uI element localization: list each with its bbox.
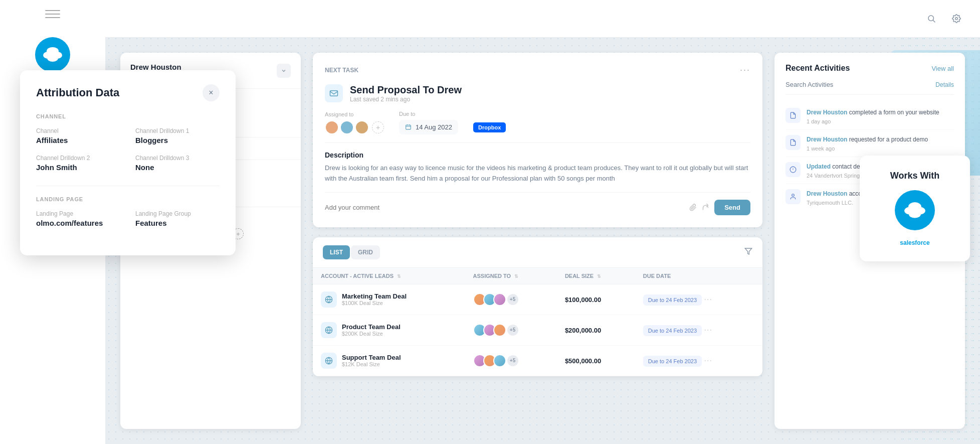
channel-drilldown1-field: Channel Drilldown 1 Bloggers [135,127,220,144]
svg-point-6 [928,16,934,21]
sort-assigned-icon[interactable]: ⇅ [514,274,518,279]
task-section-label: Next Task [325,67,358,74]
activities-details-link[interactable]: Details [935,81,954,88]
sort-account-icon[interactable]: ⇅ [397,274,401,279]
view-all-link[interactable]: View all [931,65,954,72]
search-icon[interactable] [923,10,940,27]
lead-avatars-1: +5 [473,293,549,306]
next-task-card: Next Task ··· Send Proposal To Drew Last… [313,53,762,227]
col-deal: Deal Size ⇅ [557,268,635,284]
activity-link-2[interactable]: Drew Houston [807,136,847,143]
list-view-btn[interactable]: LIST [323,245,350,259]
attachment-icon[interactable] [689,204,697,211]
modal-close-btn[interactable]: × [203,84,220,101]
col-assigned: Assigned To ⇅ [465,268,557,284]
lead-size-2: $200K Deal Size [342,331,401,337]
tag-spacer [473,113,506,119]
task-more-btn[interactable]: ··· [740,65,750,75]
add-assignee-btn[interactable]: + [372,121,384,133]
landing-group-label: Landing Page Group [135,210,220,217]
activity-link-1[interactable]: Drew Houston [807,109,847,116]
task-title-row: Send Proposal To Drew Last saved 2 mins … [325,84,750,103]
drilldown2-value: John Smith [36,163,120,172]
landing-section-label: LANDING PAGE [36,196,220,202]
menu-icon[interactable] [45,10,60,20]
envelope-icon [325,84,343,102]
forward-icon[interactable] [702,204,709,211]
lead-name-2: Product Team Deal [342,323,401,331]
row-more-1[interactable]: ··· [704,295,712,304]
leads-card: LIST GRID Account - Active Leads ⇅ [313,237,762,376]
activity-link-4[interactable]: Drew Houston [807,190,847,197]
settings-icon[interactable] [948,10,965,27]
due-badge-1: Due to 24 Feb 2023 [643,294,702,306]
landing-group-field: Landing Page Group Features [135,210,220,227]
activity-link-3[interactable]: Updated [807,163,831,170]
col-due: Due date [635,268,762,284]
svg-point-3 [47,55,58,62]
assignee-3 [355,120,369,134]
contact-chevron-btn[interactable] [277,64,291,78]
task-card-header: Next Task ··· [325,65,750,75]
assigned-to-label: Assigned to [325,111,384,117]
activity-text-2: Drew Houston requested for a product dem… [807,135,928,144]
modal-title: Attribution Data [36,86,119,99]
desc-title: Description [325,151,750,159]
task-subtitle: Last saved 2 mins ago [350,96,462,103]
svg-point-8 [955,18,958,20]
task-assignees: + [325,120,384,134]
activity-time-2: 1 week ago [807,145,928,152]
channel-value: Affiliates [36,136,120,144]
landing-group-value: Features [135,219,220,227]
view-toggle: LIST GRID [323,245,380,259]
row-more-3[interactable]: ··· [704,356,712,365]
list-item: Drew Houston requested for a product dem… [786,130,954,157]
due-date-box: 14 Aug 2022 [399,120,458,134]
table-row: Marketing Team Deal $100K Deal Size +5 [313,284,762,315]
due-to-label: Due to [399,111,458,117]
lead-size-3: $12K Deal Size [342,361,401,367]
drilldown3-label: Channel Drilldown 3 [135,155,220,162]
table-row: Product Team Deal $200K Deal Size +5 [313,315,762,345]
landing-value: olmo.com/features [36,219,120,227]
activity-icon-2 [786,135,801,150]
comment-row: Send [325,192,750,215]
assignee-1 [325,120,339,134]
send-button[interactable]: Send [714,200,750,215]
lead-name-cell: Marketing Team Deal $100K Deal Size [321,291,457,308]
row-more-2[interactable]: ··· [704,326,712,334]
activities-search-label: Search Activities [786,81,833,88]
lead-icon-2 [321,322,337,338]
filter-icon[interactable] [744,247,752,257]
topbar [105,0,980,38]
activities-search-row: Search Activities Details [786,81,954,95]
comment-input[interactable] [325,204,684,211]
salesforce-logo [895,190,935,230]
activities-title: Recent Activities [786,64,850,73]
works-with-title: Works With [890,171,940,181]
dropbox-tag: Dropbox [473,122,506,132]
modal-channel-grid: Channel Affiliates Channel Drilldown 1 B… [36,127,220,172]
deal-amount-1: $100,000.00 [565,296,601,304]
lead-size-1: $100K Deal Size [342,300,407,306]
activity-icon-1 [786,108,801,123]
drilldown2-label: Channel Drilldown 2 [36,155,120,162]
lead-avatars-3: +5 [473,354,549,367]
lead-name-1: Marketing Team Deal [342,292,407,300]
lead-plus-1: +5 [507,294,518,305]
landing-label: Landing Page [36,210,120,217]
grid-view-btn[interactable]: GRID [351,245,380,259]
lead-plus-2: +5 [507,325,518,336]
activities-header: Recent Activities View all [786,64,954,73]
leads-toolbar: LIST GRID [313,237,762,268]
sort-deal-icon[interactable]: ⇅ [597,274,601,279]
table-row: Support Team Deal $12K Deal Size +5 [313,345,762,376]
lead-icon-1 [321,291,337,308]
svg-rect-12 [406,125,411,129]
activity-time-1: 1 day ago [807,118,939,124]
modal-header: Attribution Data × [36,84,220,101]
channel-section-label: CHANNEL [36,113,220,119]
attribution-modal: Attribution Data × CHANNEL Channel Affil… [20,70,236,255]
sf-label: salesforce [900,239,929,246]
due-badge-2: Due to 24 Feb 2023 [643,325,702,336]
